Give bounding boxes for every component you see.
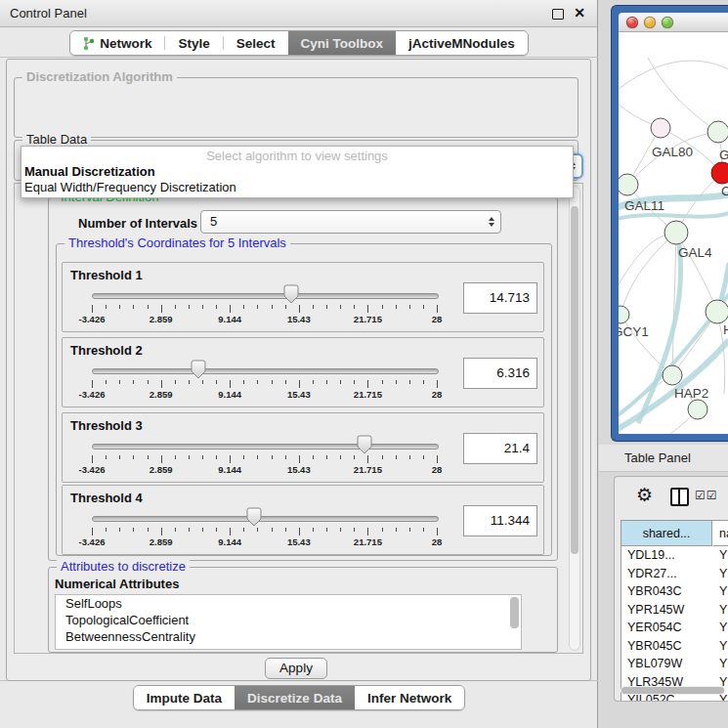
slider-tick bbox=[175, 380, 176, 384]
tab-cyni-toolbox[interactable]: Cyni Toolbox bbox=[288, 31, 397, 55]
slider-tick bbox=[202, 528, 203, 532]
network-edge[interactable] bbox=[619, 61, 728, 94]
slider-tick bbox=[189, 305, 190, 309]
slider-tick bbox=[382, 305, 383, 309]
slider-thumb[interactable] bbox=[246, 507, 262, 527]
attribute-item-topologicalcoefficient[interactable]: TopologicalCoefficient bbox=[56, 612, 521, 628]
slider-tick bbox=[272, 528, 273, 532]
slider-tick bbox=[285, 380, 286, 384]
slider-tick bbox=[367, 380, 368, 388]
threshold-value-field[interactable]: 14.713 bbox=[463, 282, 537, 314]
tab-infer-network[interactable]: Infer Network bbox=[355, 686, 464, 709]
slider-tick bbox=[148, 380, 149, 384]
column-header-na[interactable]: na bbox=[713, 521, 728, 546]
slider-track[interactable] bbox=[92, 368, 439, 374]
slider-track[interactable] bbox=[92, 293, 439, 299]
network-edge[interactable] bbox=[619, 213, 728, 220]
cell-shared-name: YBL079W bbox=[627, 655, 682, 673]
network-canvas[interactable]: GAL80GACGAL11GAL4GCY1HHAP2 bbox=[619, 32, 728, 434]
float-icon[interactable] bbox=[552, 9, 564, 20]
tab-discretize-data[interactable]: Discretize Data bbox=[235, 686, 355, 709]
slider-tick bbox=[423, 380, 424, 384]
checkbox-icons[interactable]: ☑☑ bbox=[695, 489, 718, 502]
table-panel-header: Table Panel bbox=[599, 445, 728, 472]
tab-select[interactable]: Select bbox=[224, 31, 288, 55]
network-edge[interactable] bbox=[619, 233, 676, 294]
columns-icon[interactable] bbox=[670, 488, 689, 506]
tab-jactivemnodules[interactable]: jActiveMNodules bbox=[396, 31, 528, 55]
threshold-panel-4: Threshold 4-3.4262.8599.14415.4321.71528… bbox=[62, 485, 544, 555]
tab-network[interactable]: Network bbox=[70, 31, 164, 55]
slider-track[interactable] bbox=[92, 444, 439, 450]
traffic-light-close-icon[interactable] bbox=[626, 17, 638, 28]
table-row[interactable]: YDL19...YDL1 bbox=[621, 546, 728, 565]
network-node[interactable] bbox=[651, 118, 670, 138]
network-node[interactable] bbox=[663, 365, 682, 385]
slider-tick bbox=[92, 380, 93, 388]
gear-icon[interactable]: ⚙ bbox=[636, 486, 653, 504]
network-node[interactable] bbox=[619, 174, 638, 195]
slider-tick-label: 21.715 bbox=[354, 314, 382, 324]
slider-tick bbox=[272, 380, 273, 384]
tab-style[interactable]: Style bbox=[165, 31, 222, 55]
algorithm-option-equal-width-frequency-discretization[interactable]: Equal Width/Frequency Discretization bbox=[21, 180, 573, 195]
chevron-updown-icon bbox=[489, 217, 494, 227]
table-row[interactable]: YBL079WYBL0 bbox=[621, 655, 728, 673]
network-edge[interactable] bbox=[672, 233, 676, 375]
threshold-panel-2: Threshold 2-3.4262.8599.14415.4321.71528… bbox=[62, 337, 544, 407]
slider-tick bbox=[106, 380, 107, 384]
algorithm-dropdown-popup: Select algorithm to view settingsManual … bbox=[21, 146, 574, 198]
threshold-value-field[interactable]: 21.4 bbox=[463, 433, 537, 464]
network-node[interactable] bbox=[711, 162, 728, 184]
slider-tick bbox=[437, 305, 438, 313]
table-row[interactable]: YPR145WYPR1 bbox=[621, 601, 728, 620]
slider-tick bbox=[175, 528, 176, 532]
cell-name: YBR0 bbox=[719, 582, 728, 601]
slider-tick bbox=[340, 380, 341, 384]
threshold-coordinates-group: Threshold's Coordinates for 5 Intervals … bbox=[56, 243, 552, 556]
network-node[interactable] bbox=[619, 306, 629, 323]
traffic-light-zoom-icon[interactable] bbox=[662, 17, 673, 28]
algorithm-option-manual-discretization[interactable]: Manual Discretization bbox=[21, 164, 573, 180]
slider-thumb[interactable] bbox=[357, 435, 372, 454]
slider-tick bbox=[243, 380, 244, 384]
table-row[interactable]: YER054CYER0 bbox=[621, 619, 728, 637]
number-of-intervals-spinner[interactable]: 5 bbox=[200, 210, 501, 234]
slider-tick bbox=[202, 455, 203, 459]
close-icon[interactable]: ✕ bbox=[574, 5, 585, 21]
table-row[interactable]: YBR043CYBR0 bbox=[621, 582, 728, 601]
cell-shared-name: YPR145W bbox=[627, 601, 684, 620]
slider-tick-label: 15.43 bbox=[287, 314, 311, 324]
attribute-item-selfloops[interactable]: SelfLoops bbox=[56, 595, 521, 612]
network-node[interactable] bbox=[707, 121, 728, 143]
attribute-item-betweennesscentrality[interactable]: BetweennessCentrality bbox=[56, 628, 521, 645]
slider-tick-label: 2.859 bbox=[150, 389, 173, 400]
slider-track[interactable] bbox=[92, 516, 439, 522]
table-row[interactable]: YBR045CYBR0 bbox=[621, 637, 728, 656]
table-row[interactable]: YDR27...YDR2 bbox=[621, 565, 728, 583]
network-node[interactable] bbox=[706, 300, 728, 323]
network-node[interactable] bbox=[664, 221, 688, 244]
tab-impute-data[interactable]: Impute Data bbox=[134, 686, 235, 709]
threshold-value-field[interactable]: 11.344 bbox=[463, 505, 537, 536]
slider-tick bbox=[119, 455, 120, 459]
attributes-group: Attributes to discretize Numerical Attri… bbox=[48, 567, 558, 653]
slider-tick bbox=[272, 305, 273, 309]
table-panel-title: Table Panel bbox=[624, 450, 691, 465]
attributes-scrollbar[interactable] bbox=[510, 597, 519, 648]
traffic-light-minimize-icon[interactable] bbox=[644, 17, 656, 28]
slider-tick-label: 28 bbox=[432, 389, 443, 400]
slider-thumb[interactable] bbox=[283, 284, 299, 304]
slider-tick bbox=[133, 380, 134, 384]
slider-tick-label: 28 bbox=[432, 314, 443, 324]
threshold-label: Threshold 1 bbox=[70, 268, 143, 282]
table-horizontal-scrollbar[interactable] bbox=[621, 686, 726, 695]
settings-vertical-scrollbar[interactable] bbox=[569, 186, 580, 651]
slider-tick-label: -3.426 bbox=[79, 389, 106, 400]
network-node[interactable] bbox=[688, 400, 707, 419]
slider-tick bbox=[257, 305, 258, 309]
column-header-shared[interactable]: shared... bbox=[621, 521, 712, 546]
threshold-value-field[interactable]: 6.316 bbox=[463, 358, 537, 389]
slider-thumb[interactable] bbox=[191, 360, 206, 379]
apply-button[interactable]: Apply bbox=[265, 658, 327, 679]
